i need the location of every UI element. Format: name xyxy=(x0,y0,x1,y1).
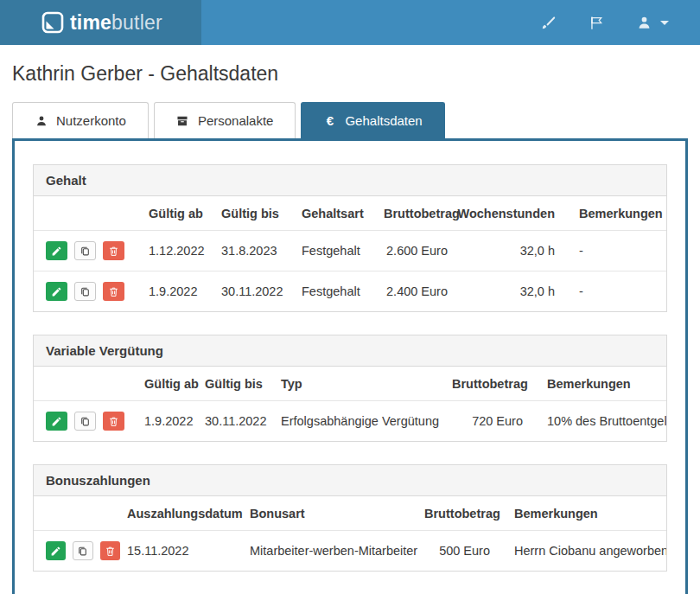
trash-icon xyxy=(105,546,116,557)
flag-icon[interactable] xyxy=(588,14,605,31)
cell-bemerkungen: 10% des Bruttoentgelts xyxy=(530,401,666,442)
section-gehalt: Gehalt Gültig ab Gültig bis Gehaltsart B… xyxy=(33,164,667,312)
table-header-row: Auszahlungsdatum Bonusart Bruttobetrag B… xyxy=(34,496,666,531)
delete-button[interactable] xyxy=(103,241,124,260)
tab-label: Personalakte xyxy=(198,113,274,128)
row-actions xyxy=(34,282,142,301)
pencil-icon xyxy=(51,416,62,427)
cell-gueltig-ab: 1.12.2022 xyxy=(149,231,221,271)
edit-button[interactable] xyxy=(46,282,67,301)
column-header: Bemerkungen xyxy=(530,367,666,401)
column-header: Gültig ab xyxy=(144,367,205,401)
edit-button[interactable] xyxy=(46,412,67,431)
column-header: Bemerkungen xyxy=(562,196,666,231)
navbar-actions xyxy=(508,0,700,45)
brand-text: timebutler xyxy=(70,11,162,35)
paintbrush-icon[interactable] xyxy=(539,14,557,31)
pencil-icon xyxy=(51,286,62,297)
cell-gueltig-bis: 30.11.2022 xyxy=(221,271,302,312)
table-row: 1.9.2022 30.11.2022 Erfolgsabhängige Ver… xyxy=(34,401,666,442)
row-actions xyxy=(34,541,120,560)
column-header: Auszahlungsdatum xyxy=(127,496,250,531)
edit-button[interactable] xyxy=(46,241,67,260)
cell-gueltig-ab: 1.9.2022 xyxy=(144,401,205,442)
user-menu[interactable] xyxy=(636,15,669,31)
column-header: Bemerkungen xyxy=(497,496,666,531)
brand-text-light: butler xyxy=(111,11,162,34)
column-header: Bonusart xyxy=(250,496,424,531)
copy-icon xyxy=(80,286,91,297)
copy-button[interactable] xyxy=(74,241,96,260)
cell-bruttobetrag: 2.400 Euro xyxy=(384,271,455,312)
actions-column-header xyxy=(34,367,144,401)
cell-wochenstunden: 32,0 h xyxy=(455,231,562,271)
profile-tabs: Nutzerkonto Personalakte € Gehaltsdaten xyxy=(12,102,688,138)
cell-typ: Erfolgsabhängige Vergütung xyxy=(281,401,452,442)
tab-gehaltsdaten[interactable]: € Gehaltsdaten xyxy=(301,102,444,138)
archive-icon xyxy=(176,114,189,127)
trash-icon xyxy=(108,416,119,427)
column-header: Gültig bis xyxy=(221,196,302,231)
column-header: Gültig ab xyxy=(149,196,221,231)
delete-button[interactable] xyxy=(103,412,124,431)
table-header-row: Gültig ab Gültig bis Gehaltsart Bruttobe… xyxy=(34,196,666,231)
row-actions xyxy=(34,412,137,431)
tab-label: Gehaltsdaten xyxy=(345,113,422,128)
section-title: Gehalt xyxy=(34,165,666,196)
table-row: 1.12.2022 31.8.2023 Festgehalt 2.600 Eur… xyxy=(34,231,666,271)
cell-gueltig-bis: 30.11.2022 xyxy=(205,401,281,442)
section-title: Variable Vergütung xyxy=(34,335,666,367)
trash-icon xyxy=(108,246,119,257)
cell-gueltig-bis: 31.8.2023 xyxy=(221,231,302,271)
cell-bruttobetrag: 2.600 Euro xyxy=(384,231,455,271)
user-icon xyxy=(636,15,652,31)
cell-auszahlungsdatum: 15.11.2022 xyxy=(127,531,250,572)
delete-button[interactable] xyxy=(103,282,124,301)
pencil-icon xyxy=(50,546,61,557)
cell-bruttobetrag: 500 Euro xyxy=(424,531,497,572)
section-title: Bonuszahlungen xyxy=(34,465,666,496)
brand-text-bold: time xyxy=(70,11,111,34)
gehalt-table: Gültig ab Gültig bis Gehaltsart Bruttobe… xyxy=(34,196,666,311)
edit-button[interactable] xyxy=(46,541,66,560)
table-header-row: Gültig ab Gültig bis Typ Bruttobetrag Be… xyxy=(34,367,666,401)
table-row: 1.9.2022 30.11.2022 Festgehalt 2.400 Eur… xyxy=(34,271,666,312)
cell-bemerkungen: Herrn Ciobanu angeworben xyxy=(497,531,666,572)
trash-icon xyxy=(108,286,119,297)
chevron-down-icon xyxy=(660,21,669,25)
actions-column-header xyxy=(34,196,149,231)
section-bonuszahlungen: Bonuszahlungen Auszahlungsdatum Bonusart… xyxy=(33,464,667,572)
column-header: Bruttobetrag xyxy=(384,196,455,231)
pencil-icon xyxy=(51,246,62,257)
cell-gehaltsart: Festgehalt xyxy=(302,271,384,312)
copy-icon xyxy=(80,416,91,427)
column-header: Gehaltsart xyxy=(302,196,384,231)
tab-label: Nutzerkonto xyxy=(56,113,126,128)
euro-icon: € xyxy=(323,114,336,127)
cell-bemerkungen: - xyxy=(562,271,666,312)
delete-button[interactable] xyxy=(100,541,120,560)
table-row: 15.11.2022 Mitarbeiter-werben-Mitarbeite… xyxy=(34,531,666,572)
copy-button[interactable] xyxy=(74,412,96,431)
user-icon xyxy=(35,114,48,127)
column-header: Bruttobetrag xyxy=(424,496,497,531)
tab-personalakte[interactable]: Personalakte xyxy=(154,102,296,138)
top-navbar: timebutler xyxy=(0,0,700,45)
copy-icon xyxy=(77,546,88,557)
row-actions xyxy=(34,241,142,260)
column-header: Wochenstunden xyxy=(455,196,562,231)
brand-logo-link[interactable]: timebutler xyxy=(0,0,201,45)
copy-button[interactable] xyxy=(73,541,92,560)
section-variable-verguetung: Variable Vergütung Gültig ab Gültig bis … xyxy=(33,335,667,442)
cell-gehaltsart: Festgehalt xyxy=(302,231,384,271)
page-title: Kathrin Gerber - Gehaltsdaten xyxy=(12,60,688,88)
column-header: Bruttobetrag xyxy=(452,367,530,401)
actions-column-header xyxy=(34,496,127,531)
tab-nutzerkonto[interactable]: Nutzerkonto xyxy=(12,102,149,138)
variable-verguetung-table: Gültig ab Gültig bis Typ Bruttobetrag Be… xyxy=(34,367,666,441)
column-header: Gültig bis xyxy=(205,367,281,401)
cell-bonusart: Mitarbeiter-werben-Mitarbeiter xyxy=(250,531,424,572)
cell-gueltig-ab: 1.9.2022 xyxy=(149,271,221,312)
bonuszahlungen-table: Auszahlungsdatum Bonusart Bruttobetrag B… xyxy=(34,496,666,571)
copy-button[interactable] xyxy=(74,282,96,301)
